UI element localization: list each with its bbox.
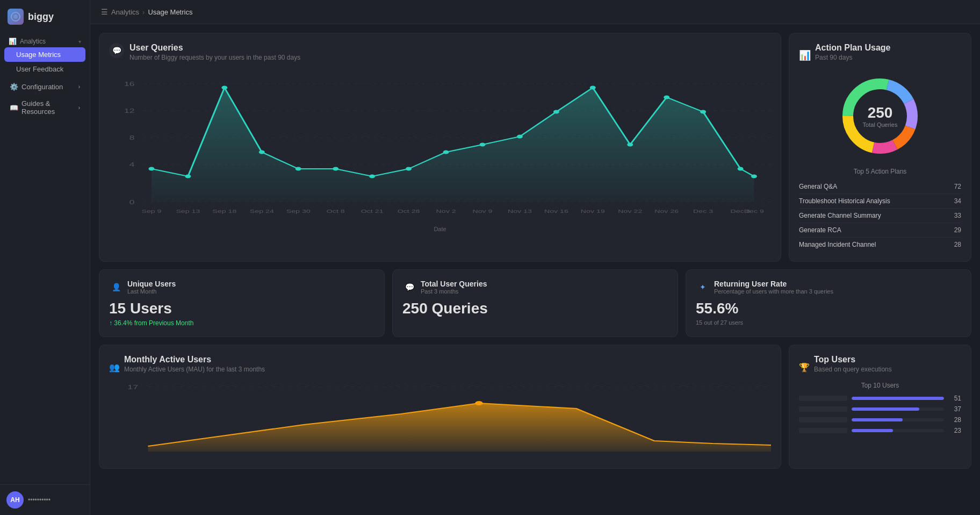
action-plan-list: General Q&A72Troubleshoot Historical Ana… [799,180,961,252]
stats-row: 👤 Unique Users Last Month 15 Users ↑ 36.… [99,269,971,337]
user-queries-card: 💬 User Queries Number of Biggy requests … [99,33,781,262]
app-logo: biggy [0,0,90,33]
action-plan-list-title: Top 5 Action Plans [799,168,961,175]
svg-point-14 [185,175,191,178]
total-queries-card: 💬 Total User Queries Past 3 months 250 Q… [392,269,678,337]
svg-point-13 [148,167,154,171]
unique-users-subtitle: Last Month [127,288,176,295]
top-user-bar [852,429,893,432]
total-queries-value: 250 Queries [402,300,668,317]
svg-point-1 [13,15,18,19]
svg-text:Nov 19: Nov 19 [581,209,605,214]
top-user-item: 28 [799,416,961,424]
donut-sub-label: Total Queries [863,121,898,128]
unique-users-icon: 👤 [109,280,123,294]
top-user-item: 37 [799,405,961,413]
chart-header: 💬 User Queries Number of Biggy requests … [109,43,771,68]
svg-point-29 [738,167,744,171]
svg-point-15 [221,86,227,90]
user-queries-svg: 16 12 8 4 0 [109,73,771,224]
action-plan-subtitle: Past 90 days [815,54,890,61]
svg-marker-58 [148,403,771,452]
sidebar-item-usage-metrics[interactable]: Usage Metrics [4,47,85,62]
action-plan-item: General Q&A72 [799,180,961,194]
mau-icon: 👥 [109,362,120,373]
total-queries-icon: 💬 [402,280,416,294]
donut-number: 250 [863,104,898,121]
svg-text:Nov 16: Nov 16 [544,209,568,214]
topbar: ☰ Analytics › Usage Metrics [90,0,980,24]
sidebar-config-section: ⚙️ Configuration › 📖 Guides & Resources … [0,76,90,122]
returning-users-detail: 15 out of 27 users [696,319,961,326]
top-users-list-title: Top 10 Users [799,382,961,389]
sidebar-item-guides[interactable]: 📖 Guides & Resources › [4,95,85,120]
svg-text:4: 4 [129,161,135,168]
returning-users-card: ✦ Returning User Rate Percentage of user… [686,269,971,337]
action-plan-item: Generate RCA29 [799,223,961,238]
mau-chart-svg: 17 [109,382,771,457]
sidebar-analytics-section: 📊 Analytics ▾ Usage Metrics User Feedbac… [0,33,90,76]
svg-text:17: 17 [127,384,138,390]
svg-point-20 [406,167,412,171]
action-plan-icon: 📊 [799,49,811,61]
top-users-title: Top Users [814,355,892,364]
svg-point-16 [259,151,265,154]
unique-users-card: 👤 Unique Users Last Month 15 Users ↑ 36.… [99,269,385,337]
action-plan-item: Managed Incident Channel28 [799,238,961,252]
action-plan-item: Generate Channel Summary33 [799,209,961,223]
sidebar-toggle-icon[interactable]: ☰ [101,8,108,16]
breadcrumb-analytics: Analytics [111,8,139,16]
chevron-right-icon: › [78,84,80,90]
svg-point-24 [553,110,559,114]
avatar: AH [6,491,24,509]
top-user-bar [852,407,919,411]
svg-text:Nov 9: Nov 9 [472,209,493,214]
user-profile[interactable]: AH •••••••••• [6,491,83,509]
svg-point-18 [333,167,338,171]
top-user-name-blur [799,406,847,412]
sidebar-item-configuration[interactable]: ⚙️ Configuration › [4,78,85,95]
breadcrumb-current: Usage Metrics [148,8,192,16]
breadcrumb-separator: › [142,8,145,16]
svg-text:Oct 28: Oct 28 [398,209,420,214]
svg-point-26 [627,143,633,147]
line-chart-area: 16 12 8 4 0 [109,73,771,224]
unique-users-change: ↑ 36.4% from Previous Month [109,319,374,327]
top-user-name-blur [799,417,847,423]
dashboard-grid: 💬 User Queries Number of Biggy requests … [90,24,980,477]
mau-subtitle: Monthly Active Users (MAU) for the last … [124,366,265,373]
svg-point-17 [296,167,301,171]
svg-text:Sep 9: Sep 9 [141,209,162,214]
returning-users-icon: ✦ [696,280,710,294]
mau-title: Monthly Active Users [124,355,265,364]
donut-label: 250 Total Queries [863,104,898,128]
returning-users-value: 55.6% [696,300,961,317]
svg-point-25 [590,86,596,90]
returning-users-title: Returning User Rate [714,280,833,288]
returning-users-subtitle: Percentage of users with more than 3 que… [714,288,833,295]
svg-text:Sep 13: Sep 13 [176,209,200,214]
top-user-bar [852,418,903,421]
svg-point-59 [475,401,482,405]
svg-point-28 [700,110,706,114]
svg-text:Dec 9: Dec 9 [744,209,765,214]
chevron-right-icon-guides: › [78,105,80,111]
top-users-card: 🏆 Top Users Based on query executions To… [789,345,971,469]
chart-subtitle: Number of Biggy requests by your users i… [129,54,300,61]
chart-title: User Queries [129,43,300,53]
sidebar-item-user-feedback[interactable]: User Feedback [4,62,85,76]
svg-point-23 [517,135,523,139]
logo-icon [8,9,24,25]
svg-text:Oct 8: Oct 8 [327,209,345,214]
total-queries-title: Total User Queries [421,280,487,288]
svg-point-22 [479,143,485,147]
svg-text:Nov 2: Nov 2 [436,209,456,214]
sidebar-user-section: AH •••••••••• [0,484,90,515]
svg-text:Nov 22: Nov 22 [618,209,642,214]
svg-text:Nov 26: Nov 26 [654,209,679,214]
svg-text:16: 16 [124,81,134,87]
unique-users-value: 15 Users [109,300,374,317]
top-user-item: 51 [799,395,961,402]
svg-text:Dec 3: Dec 3 [693,209,714,214]
total-queries-subtitle: Past 3 months [421,288,487,295]
